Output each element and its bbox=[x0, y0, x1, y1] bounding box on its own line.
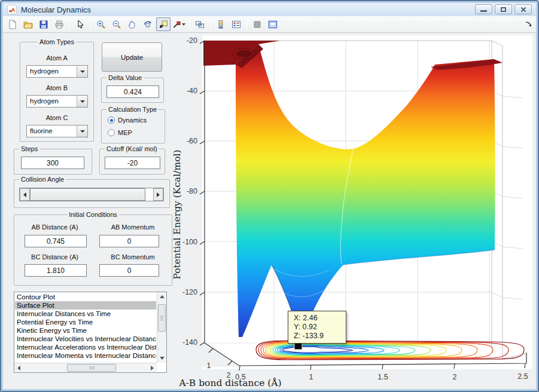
z-tick: -140 bbox=[182, 338, 197, 347]
x-tick: 2.5 bbox=[517, 372, 528, 381]
datatip-y: Y: 0.92 bbox=[294, 323, 340, 332]
x-axis-label: A-B bond distance (Å) bbox=[178, 378, 281, 388]
z-axis-label: Potential Energy (Kcal/mol) bbox=[172, 149, 182, 279]
y-tick: 1 bbox=[207, 362, 211, 370]
x-tick: 1.5 bbox=[377, 373, 388, 381]
z-tick: -100 bbox=[182, 238, 197, 246]
surface-plot[interactable]: -20 -40 -60 -80 -100 -120 -140 0.5 1 1.5… bbox=[1, 1, 539, 392]
datatip-box[interactable]: X: 2.46 Y: 0.92 Z: -133.9 bbox=[288, 311, 346, 344]
z-tick: -60 bbox=[187, 137, 197, 145]
z-tick: -20 bbox=[187, 36, 197, 45]
x-tick: 2 bbox=[453, 373, 457, 381]
well-rim-hole bbox=[236, 50, 252, 57]
x-tick: 1 bbox=[309, 373, 313, 381]
datatip-z: Z: -133.9 bbox=[294, 332, 340, 341]
z-tick: -80 bbox=[187, 187, 197, 195]
z-tick: -40 bbox=[187, 87, 197, 95]
z-tick: -120 bbox=[182, 288, 197, 296]
app-window: Molecular Dynamics Atom Types A bbox=[0, 0, 539, 392]
datatip-x: X: 2.46 bbox=[294, 314, 340, 323]
z-tick-labels: -20 -40 -60 -80 -100 -120 -140 bbox=[182, 36, 197, 347]
